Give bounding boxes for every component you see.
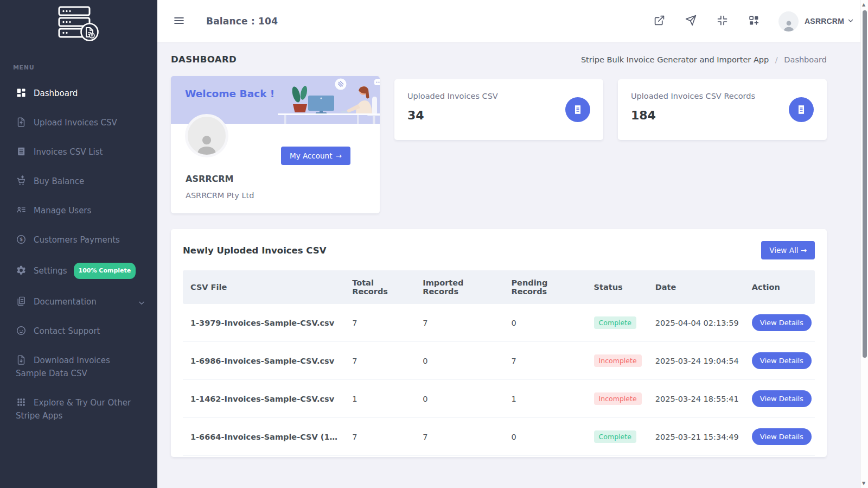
send-icon xyxy=(685,15,697,28)
column-header-date: Date xyxy=(649,270,745,304)
send-button[interactable] xyxy=(680,10,701,32)
table-title: Newly Uploded Invoices CSV xyxy=(183,245,326,256)
sidebar-item-settings[interactable]: Settings100% Complete xyxy=(0,255,157,287)
main-area: Balance : 104 xyxy=(157,0,868,488)
dollar-circle-icon: $ xyxy=(16,234,27,245)
column-header-total-records: Total Records xyxy=(346,270,416,304)
topbar-actions: ASRRCRM xyxy=(639,10,854,32)
dashboard-grid-icon xyxy=(16,87,27,98)
stat-label: Uploaded Invoices CSV Records xyxy=(631,92,755,100)
page-content: DASHBOARD Stripe Bulk Invoice Generator … xyxy=(157,42,868,457)
username-label: ASRRCRM xyxy=(805,17,844,26)
scrollbar-thumb[interactable] xyxy=(863,10,867,358)
table-row: 1-3979-Invoices-Sample-CSV.csv 7 7 0 Com… xyxy=(183,304,815,342)
sidebar-item-label: Customers Payments xyxy=(34,235,120,245)
sidebar-toggle-button[interactable] xyxy=(167,9,191,33)
pending-records-cell: 0 xyxy=(505,456,587,458)
sidebar: MENU Dashboard Upload Invoices CSV Invoi… xyxy=(0,0,157,488)
status-badge: Complete xyxy=(594,316,636,329)
table-row: 1-2884-Invoices-Sample-CSV(1)… 1 1 0 Com… xyxy=(183,456,815,458)
view-details-button[interactable]: View Details xyxy=(752,428,812,445)
topbar: Balance : 104 xyxy=(157,0,868,42)
svg-text:$: $ xyxy=(20,237,23,242)
settings-complete-badge: 100% Complete xyxy=(74,263,136,279)
sidebar-item-documentation[interactable]: Documentation xyxy=(0,287,157,316)
sidebar-item-upload-invoices-csv[interactable]: Upload Invoices CSV xyxy=(0,108,157,137)
view-details-button[interactable]: View Details xyxy=(752,390,812,407)
view-all-button[interactable]: View All → xyxy=(761,241,815,259)
stat-text: Uploaded Invoices CSV Records 184 xyxy=(631,92,755,128)
sidebar-item-label: Documentation xyxy=(34,297,97,307)
pending-records-cell: 7 xyxy=(505,342,587,380)
manage-users-icon xyxy=(16,205,27,216)
apps-add-icon xyxy=(748,15,760,28)
sidebar-item-manage-users[interactable]: Manage Users xyxy=(0,196,157,225)
table-card-header: Newly Uploded Invoices CSV View All → xyxy=(183,241,815,259)
arrow-right-icon: → xyxy=(801,246,807,255)
cart-plus-icon xyxy=(16,175,27,186)
user-avatar-large xyxy=(185,114,228,157)
date-cell: 2025-03-24 19:04:54 xyxy=(649,342,745,380)
hamburger-icon xyxy=(173,15,185,28)
newly-uploaded-table-card: Newly Uploded Invoices CSV View All → CS… xyxy=(171,229,827,457)
user-menu-button[interactable]: ASRRCRM xyxy=(764,11,854,31)
view-details-button[interactable]: View Details xyxy=(752,352,812,369)
total-records-cell: 7 xyxy=(346,342,416,380)
page-title: DASHBOARD xyxy=(171,54,237,65)
pending-records-cell: 1 xyxy=(505,380,587,418)
sidebar-item-invoices-csv-list[interactable]: Invoices CSV List xyxy=(0,137,157,167)
breadcrumb-app[interactable]: Stripe Bulk Invoice Generator and Import… xyxy=(581,55,769,64)
sidebar-item-label: Manage Users xyxy=(34,206,91,216)
invoices-csv-table: CSV File Total Records Imported Records … xyxy=(183,270,815,457)
csv-file-cell: 1-2884-Invoices-Sample-CSV(1)… xyxy=(183,456,346,458)
column-header-imported-records: Imported Records xyxy=(416,270,505,304)
date-cell: 2025-03-21 15:34:49 xyxy=(649,418,745,456)
imported-records-cell: 1 xyxy=(416,456,505,458)
sidebar-item-customers-payments[interactable]: $ Customers Payments xyxy=(0,225,157,255)
total-records-cell: 1 xyxy=(346,456,416,458)
my-account-button[interactable]: My Account→ xyxy=(281,147,350,165)
sidebar-item-download-invoices-sample[interactable]: Download Invoices Sample Data CSV xyxy=(0,346,157,388)
support-icon xyxy=(16,325,27,336)
table-row: 1-6664-Invoices-Sample-CSV (1… 7 7 0 Com… xyxy=(183,418,815,456)
sidebar-item-explore-stripe-apps[interactable]: Explore & Try Our Other Stripe Apps xyxy=(0,388,157,430)
sidebar-item-label: Upload Invoices CSV xyxy=(34,118,117,128)
scrollbar-up-arrow[interactable]: ▲ xyxy=(862,2,865,7)
apps-menu-button[interactable] xyxy=(743,10,764,32)
open-app-button[interactable] xyxy=(648,10,670,32)
sidebar-item-contact-support[interactable]: Contact Support xyxy=(0,316,157,346)
chevron-down-icon xyxy=(138,297,145,305)
receipt-list-icon xyxy=(16,146,27,157)
app-logo[interactable] xyxy=(0,0,157,50)
total-records-cell: 1 xyxy=(346,380,416,418)
sidebar-item-label: Contact Support xyxy=(34,326,100,336)
column-header-csv-file: CSV File xyxy=(183,270,346,304)
stat-text: Uploaded Invoices CSV 34 xyxy=(407,92,498,128)
cards-row: Welcome Back ! xyxy=(171,76,868,213)
table-row: 1-6986-Invoices-Sample-CSV.csv 7 0 7 Inc… xyxy=(183,342,815,380)
pending-records-cell: 0 xyxy=(505,304,587,342)
stat-card-uploaded-csv-records: Uploaded Invoices CSV Records 184 xyxy=(618,79,827,140)
sidebar-item-label: Invoices CSV List xyxy=(34,147,103,157)
breadcrumb: Stripe Bulk Invoice Generator and Import… xyxy=(581,55,827,64)
sidebar-item-label: Settings xyxy=(34,266,67,276)
sidebar-item-dashboard[interactable]: Dashboard xyxy=(0,79,157,108)
sidebar-menu-title: MENU xyxy=(0,50,157,79)
welcome-card: Welcome Back ! xyxy=(171,76,380,213)
scrollbar-down-arrow[interactable]: ▼ xyxy=(862,481,865,486)
chevron-down-icon xyxy=(847,17,854,26)
apps-grid-icon xyxy=(16,397,27,408)
person-at-desk-illustration xyxy=(275,76,380,124)
total-records-cell: 7 xyxy=(346,418,416,456)
sidebar-item-buy-balance[interactable]: Buy Balance xyxy=(0,167,157,196)
server-file-upload-logo-icon xyxy=(58,6,100,44)
balance-display: Balance : 104 xyxy=(206,16,278,27)
imported-records-cell: 7 xyxy=(416,418,505,456)
csv-file-cell: 1-6664-Invoices-Sample-CSV (1… xyxy=(183,418,346,456)
fullscreen-toggle-button[interactable] xyxy=(711,10,733,32)
page-header: DASHBOARD Stripe Bulk Invoice Generator … xyxy=(171,54,827,65)
view-details-button[interactable]: View Details xyxy=(752,314,812,331)
page-scrollbar[interactable]: ▲ ▼ xyxy=(860,0,868,488)
sidebar-item-label: Explore & Try Our Other Stripe Apps xyxy=(16,398,131,421)
column-header-pending-records: Pending Records xyxy=(505,270,587,304)
